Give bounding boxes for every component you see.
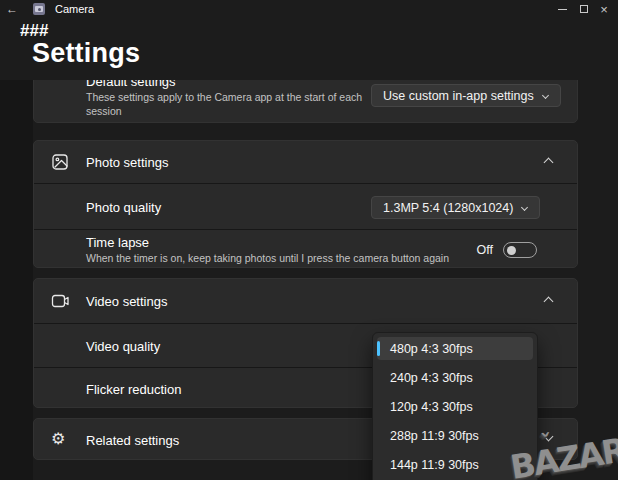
photo-quality-dropdown[interactable]: 1.3MP 5:4 (1280x1024) (371, 196, 540, 219)
default-settings-dropdown[interactable]: Use custom in-app settings (371, 84, 561, 107)
menu-item-480p[interactable]: 480p 4:3 30fps (377, 337, 533, 360)
chevron-down-icon (521, 204, 528, 211)
video-settings-header[interactable]: Video settings (34, 279, 577, 323)
back-button[interactable]: ← (4, 1, 20, 17)
minimize-button[interactable] (550, 0, 574, 18)
chevron-up-icon (544, 297, 554, 307)
close-button[interactable]: × (592, 0, 616, 18)
time-lapse-row: Time lapse When the timer is on, keep ta… (34, 230, 577, 269)
minimize-icon (558, 9, 567, 10)
time-lapse-toggle-state: Off (477, 243, 493, 257)
selection-accent-bar (377, 341, 380, 356)
default-settings-dropdown-value: Use custom in-app settings (383, 89, 534, 103)
related-settings-label: Related settings (86, 433, 179, 448)
time-lapse-toggle[interactable] (503, 242, 537, 258)
camera-settings-window: { "titlebar": { "app_name": "Camera", "b… (0, 0, 618, 480)
flicker-reduction-label: Flicker reduction (86, 382, 181, 397)
video-camera-icon (51, 293, 70, 309)
default-settings-label: Default settings (86, 80, 176, 89)
photo-icon (51, 153, 69, 171)
menu-item-288p[interactable]: 288p 11:9 30fps (377, 424, 533, 447)
photo-quality-label: Photo quality (86, 200, 161, 215)
video-quality-label: Video quality (86, 339, 160, 354)
camera-app-icon (33, 3, 45, 15)
menu-item-label: 144p 11:9 30fps (390, 458, 479, 472)
page-title: Settings (32, 38, 140, 69)
chevron-up-icon (544, 158, 554, 168)
gear-icon: ⚙ (51, 430, 65, 448)
video-settings-label: Video settings (86, 294, 167, 309)
menu-item-label: 120p 4:3 30fps (390, 400, 473, 414)
photo-settings-card: Photo settings Photo quality 1.3MP 5:4 (… (33, 140, 578, 268)
titlebar: ← Camera × (0, 0, 618, 18)
photo-settings-header[interactable]: Photo settings (34, 141, 577, 183)
menu-item-label: 240p 4:3 30fps (390, 371, 473, 385)
app-title: Camera (55, 3, 94, 15)
left-gutter (0, 80, 33, 480)
menu-item-label: 480p 4:3 30fps (390, 342, 473, 356)
menu-item-240p[interactable]: 240p 4:3 30fps (377, 366, 533, 389)
toggle-knob (507, 246, 516, 255)
photo-quality-row: Photo quality 1.3MP 5:4 (1280x1024) (34, 184, 577, 229)
default-settings-description: These settings apply to the Camera app a… (86, 90, 366, 118)
chevron-down-icon (542, 92, 549, 99)
maximize-icon (580, 5, 588, 13)
menu-item-label: 288p 11:9 30fps (390, 429, 479, 443)
menu-item-120p[interactable]: 120p 4:3 30fps (377, 395, 533, 418)
default-settings-card: Default settings These settings apply to… (33, 80, 578, 123)
time-lapse-label: Time lapse (86, 235, 149, 250)
photo-quality-dropdown-value: 1.3MP 5:4 (1280x1024) (383, 201, 513, 215)
close-icon: × (600, 3, 608, 16)
time-lapse-description: When the timer is on, keep taking photos… (86, 251, 506, 265)
photo-settings-label: Photo settings (86, 155, 168, 170)
